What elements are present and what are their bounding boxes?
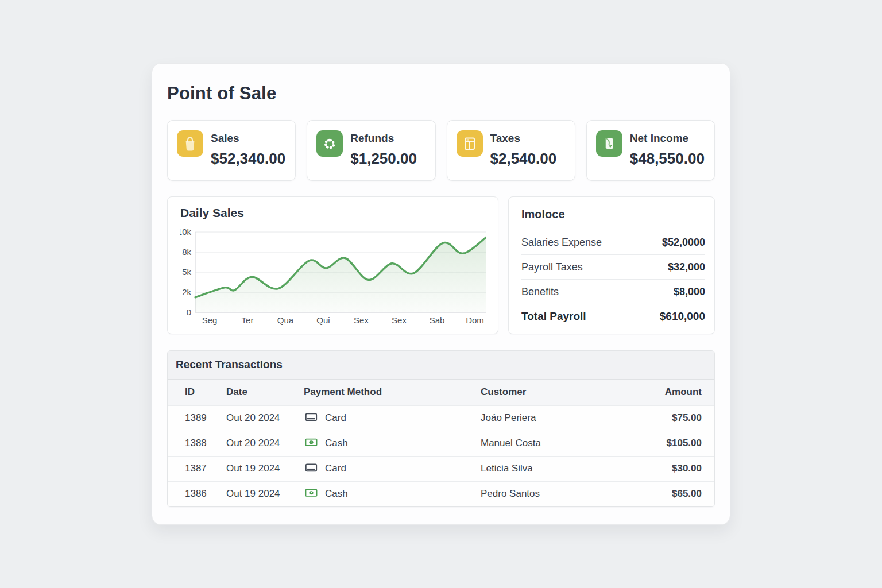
stat-value: $52,340.00: [211, 150, 285, 168]
transactions-title: Recent Transactions: [168, 351, 714, 380]
svg-text:2k: 2k: [182, 287, 191, 297]
txn-amount: $65.00: [647, 481, 714, 506]
svg-text:Qua: Qua: [277, 315, 294, 325]
transactions-table-header: IDDatePayment MethodCustomerAmount: [168, 380, 714, 405]
column-header-customer: Customer: [481, 380, 647, 405]
daily-sales-panel: Daily Sales 02k5k8k10kSegTerQuaQuiSexSex…: [167, 196, 498, 334]
receipt-icon: [457, 130, 483, 157]
payroll-total-value: $610,000: [660, 310, 705, 323]
svg-text:Seg: Seg: [202, 315, 218, 325]
stat-value: $1,250.00: [350, 150, 417, 168]
column-header-payment-method: Payment Method: [304, 380, 481, 405]
daily-sales-chart: 02k5k8k10kSegTerQuaQuiSexSexSabDom: [180, 222, 485, 329]
txn-amount: $30.00: [647, 456, 714, 481]
document-icon: [596, 130, 622, 157]
chart-title: Daily Sales: [180, 206, 485, 220]
middle-row: Daily Sales 02k5k8k10kSegTerQuaQuiSexSex…: [167, 196, 715, 334]
cash-icon: [304, 435, 319, 452]
payroll-panel: Imoloce Salaries Expense $52,0000 Payrol…: [508, 196, 715, 334]
recent-transactions-panel: Recent Transactions IDDatePayment Method…: [167, 350, 715, 507]
transactions-table: IDDatePayment MethodCustomerAmount 1389 …: [168, 380, 714, 506]
txn-date: Out 20 2024: [226, 431, 304, 456]
stat-value: $48,550.00: [630, 150, 705, 168]
stat-label: Sales: [211, 132, 285, 145]
svg-text:Sex: Sex: [354, 315, 369, 325]
txn-date: Out 19 2024: [226, 481, 304, 506]
payroll-row: Payroll Taxes $32,000: [521, 254, 705, 279]
txn-amount: $105.00: [647, 431, 714, 456]
payroll-row-label: Payroll Taxes: [521, 261, 583, 273]
svg-text:5k: 5k: [182, 267, 191, 277]
payroll-rows: Salaries Expense $52,0000 Payroll Taxes …: [521, 230, 705, 304]
txn-method: Card: [325, 463, 346, 474]
txn-id: 1389: [168, 405, 226, 431]
desktop-background: { "page": { "title": "Point of Sale" }, …: [0, 0, 882, 588]
payroll-row: Salaries Expense $52,0000: [521, 230, 705, 254]
cash-icon: [304, 485, 319, 503]
txn-id: 1388: [168, 431, 226, 456]
svg-text:8k: 8k: [182, 247, 191, 257]
stat-label: Taxes: [490, 132, 557, 145]
page-title: Point of Sale: [167, 83, 715, 104]
stat-card[interactable]: Net Income $48,550.00: [586, 120, 715, 181]
svg-text:10k: 10k: [180, 227, 191, 237]
txn-date: Out 19 2024: [226, 456, 304, 481]
svg-text:Qui: Qui: [316, 315, 330, 325]
stat-card[interactable]: Taxes $2,540.00: [447, 120, 575, 181]
payroll-total-label: Total Payroll: [521, 310, 586, 323]
table-row[interactable]: 1386 Out 19 2024 Cash Pedro Santos $65.0…: [168, 481, 714, 506]
txn-amount: $75.00: [647, 405, 714, 431]
column-header-id: ID: [168, 380, 226, 405]
txn-customer: Pedro Santos: [481, 481, 647, 506]
svg-text:Dom: Dom: [466, 315, 484, 325]
shopping-bag-icon: [177, 130, 203, 157]
payroll-row-value: $52,0000: [662, 237, 705, 249]
txn-method: Cash: [325, 438, 348, 449]
column-header-amount: Amount: [647, 380, 714, 405]
payroll-row-label: Salaries Expense: [521, 237, 602, 249]
stat-label: Net Income: [630, 132, 705, 145]
stat-label: Refunds: [350, 132, 417, 145]
txn-customer: Manuel Costa: [481, 431, 647, 456]
pos-dashboard-window: Point of Sale Sales $52,340.00 Refunds $…: [152, 63, 730, 525]
daily-sales-chart-svg: 02k5k8k10kSegTerQuaQuiSexSexSabDom: [180, 222, 486, 327]
txn-id: 1387: [168, 456, 226, 481]
txn-method: Card: [325, 412, 346, 424]
column-header-date: Date: [226, 380, 304, 405]
stat-card[interactable]: Sales $52,340.00: [167, 120, 296, 181]
txn-id: 1386: [168, 481, 226, 506]
table-row[interactable]: 1387 Out 19 2024 Card Leticia Silva $30.…: [168, 456, 714, 481]
table-row[interactable]: 1389 Out 20 2024 Card Joáo Periera $75.0…: [168, 405, 714, 431]
payroll-row: Benefits $8,000: [521, 279, 705, 304]
card-icon: [304, 460, 319, 478]
payroll-row-value: $8,000: [674, 286, 705, 298]
svg-text:Sex: Sex: [392, 315, 407, 325]
svg-text:Sab: Sab: [430, 315, 445, 325]
txn-date: Out 20 2024: [226, 405, 304, 431]
payroll-total-row: Total Payroll $610,000: [521, 304, 705, 328]
stat-cards-row: Sales $52,340.00 Refunds $1,250.00 Taxes…: [167, 120, 715, 181]
svg-text:Ter: Ter: [242, 315, 254, 325]
payroll-row-label: Benefits: [521, 286, 559, 298]
table-row[interactable]: 1388 Out 20 2024 Cash Manuel Costa $105.…: [168, 431, 714, 456]
payroll-row-value: $32,000: [668, 261, 705, 273]
card-icon: [304, 409, 319, 427]
payroll-panel-title: Imoloce: [521, 197, 705, 230]
stat-card[interactable]: Refunds $1,250.00: [307, 120, 435, 181]
txn-method: Cash: [325, 488, 348, 500]
refresh-dots-icon: [316, 130, 343, 157]
svg-text:0: 0: [187, 307, 191, 317]
stat-value: $2,540.00: [490, 150, 557, 168]
txn-customer: Leticia Silva: [481, 456, 647, 481]
txn-customer: Joáo Periera: [481, 405, 647, 431]
